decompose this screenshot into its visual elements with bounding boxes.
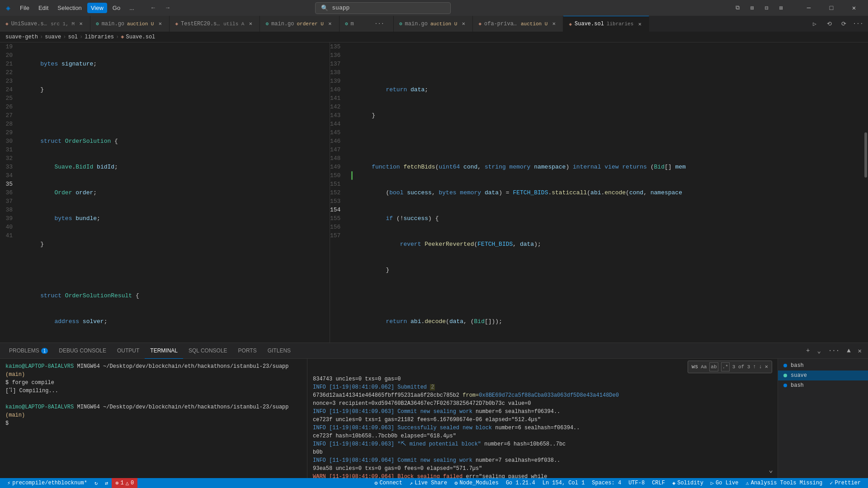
tab-close-maingo2[interactable]: ✕ bbox=[326, 20, 334, 28]
case-sensitive-icon[interactable]: Aa bbox=[701, 363, 707, 371]
vscrollbar-right[interactable] bbox=[863, 42, 868, 343]
tab-close-unisuave[interactable]: ✕ bbox=[77, 20, 85, 28]
run-btn[interactable]: ▷ bbox=[808, 18, 821, 30]
tab-ofaprivate[interactable]: ◈ ofa-private.sol auction U ✕ bbox=[473, 16, 563, 32]
next-match-btn[interactable]: ↓ bbox=[759, 363, 762, 371]
statusbar-analysis[interactable]: ⚠ Analysis Tools Missing bbox=[742, 478, 826, 488]
search-bar[interactable]: 🔍 suapp bbox=[315, 2, 451, 14]
titlebar: ◈ File Edit Selection View Go ... ← → 🔍 … bbox=[0, 0, 868, 16]
menu-edit[interactable]: Edit bbox=[35, 3, 52, 13]
breadcrumb-filename[interactable]: Suave.sol bbox=[126, 34, 156, 40]
terminal-right[interactable]: ws Aa ab .* 3 of 3 ↑ ↓ ✕ 834743 uncles=0… bbox=[307, 359, 778, 478]
debug-back-btn[interactable]: ⟲ bbox=[823, 18, 835, 30]
menu-selection[interactable]: Selection bbox=[54, 3, 85, 13]
statusbar-line-ending[interactable]: CRLF bbox=[648, 478, 669, 488]
tab-close-maingo3[interactable]: ✕ bbox=[460, 20, 467, 28]
breadcrumb-part2[interactable]: suave bbox=[45, 34, 61, 40]
tab-sql-console[interactable]: SQL CONSOLE bbox=[183, 343, 233, 359]
statusbar-connect[interactable]: ⚙ Connect bbox=[371, 478, 406, 488]
terminal-left[interactable]: kaimo@LAPTOP-8AIALVRS MINGW64 ~/Desktop/… bbox=[0, 359, 307, 478]
menu-view[interactable]: View bbox=[87, 3, 107, 13]
tab-maingo3[interactable]: ⚙ main.go auction U ✕ bbox=[394, 16, 473, 32]
tab-close-testerc20[interactable]: ✕ bbox=[247, 20, 254, 28]
tab-maingo2[interactable]: ⚙ main.go orderer U ✕ bbox=[260, 16, 339, 32]
tab-unisuave[interactable]: ◈ UniSuave.sol src 1, M ✕ bbox=[0, 16, 90, 32]
breadcrumb: suave-geth › suave › sol › libraries › ◈… bbox=[0, 32, 868, 42]
log-line-6: ce723f uncles=0 txs=1 gas=21182 fees=6.1… bbox=[313, 416, 772, 424]
more-actions-btn[interactable]: ··· bbox=[852, 18, 864, 30]
statusbar-solidity[interactable]: ◈ Solidity bbox=[669, 478, 707, 488]
statusbar-spaces[interactable]: Spaces: 4 bbox=[588, 478, 625, 488]
layout-btn2[interactable]: ⊟ bbox=[760, 2, 773, 14]
terminal-item-bash1[interactable]: bash bbox=[778, 361, 868, 371]
statusbar-liveshare[interactable]: ↗ Live Share bbox=[406, 478, 451, 488]
whole-word-icon[interactable]: ab bbox=[709, 362, 718, 371]
tab-terminal[interactable]: TERMINAL bbox=[145, 343, 183, 359]
tab-name-unisuave: UniSuave.sol bbox=[11, 21, 48, 27]
terminal-item-bash2[interactable]: bash bbox=[778, 380, 868, 390]
terminal-split-btn[interactable]: ⌄ bbox=[815, 346, 824, 356]
tab-output[interactable]: OUTPUT bbox=[112, 343, 145, 359]
tab-name-maingo2: main.go bbox=[271, 21, 294, 27]
statusbar-prettier[interactable]: ✓ Prettier bbox=[826, 478, 864, 488]
tab-close-maingo1[interactable]: ✕ bbox=[156, 20, 164, 28]
breadcrumb-part3[interactable]: sol bbox=[68, 34, 78, 40]
tab-close-suave[interactable]: ✕ bbox=[636, 20, 643, 28]
tab-debug-console[interactable]: DEBUG CONSOLE bbox=[53, 343, 112, 359]
statusbar-branch[interactable]: ⚡ precompile/ethblocknum* bbox=[4, 478, 91, 488]
statusbar-node-modules[interactable]: ⚙ Node_Modules bbox=[451, 478, 502, 488]
code-line-145: return abi.decode(data, (Bid[])); bbox=[358, 317, 863, 326]
close-search-btn[interactable]: ✕ bbox=[765, 363, 768, 371]
menu-more[interactable]: ... bbox=[126, 3, 138, 13]
statusbar-errors[interactable]: ⊗ 1 △ 0 bbox=[112, 478, 137, 488]
debug-fwd-btn[interactable]: ⟳ bbox=[837, 18, 850, 30]
code-line-26: } bbox=[26, 240, 330, 249]
golive-label: Go Live bbox=[716, 480, 738, 486]
tab-problems[interactable]: PROBLEMS 1 bbox=[4, 343, 53, 359]
maximize-btn[interactable]: □ bbox=[821, 0, 842, 16]
nav-back-btn[interactable]: ← bbox=[147, 2, 160, 14]
tab-testerc20[interactable]: ◈ TestERC20.sol utils A ✕ bbox=[170, 16, 260, 32]
log-line-9: INFO [11-19|08:41:09.063] "⛏ mined poten… bbox=[313, 440, 772, 448]
log-line-10: b0b bbox=[313, 448, 772, 456]
close-btn[interactable]: ✕ bbox=[844, 0, 864, 16]
statusbar-go-version[interactable]: Go 1.21.4 bbox=[502, 478, 539, 488]
prev-match-btn[interactable]: ↑ bbox=[753, 363, 756, 371]
code-left[interactable]: bytes signature; } struct OrderSolution … bbox=[23, 42, 330, 343]
minimize-btn[interactable]: ─ bbox=[798, 0, 819, 16]
tab-icon-suave: ◈ bbox=[569, 21, 572, 27]
menu-go[interactable]: Go bbox=[109, 3, 124, 13]
statusbar-encoding[interactable]: UTF-8 bbox=[625, 478, 648, 488]
tab-overflow[interactable]: ··· bbox=[371, 21, 388, 27]
regex-icon[interactable]: .* bbox=[721, 362, 730, 371]
statusbar-sync-btn[interactable]: ↻ bbox=[91, 478, 101, 488]
layout-btn1[interactable]: ⊞ bbox=[746, 2, 759, 14]
menu-file[interactable]: File bbox=[16, 3, 33, 13]
tab-maingo1[interactable]: ⚙ main.go auction U ✕ bbox=[90, 16, 170, 32]
terminal-item-suave[interactable]: suave bbox=[778, 371, 868, 380]
code-line-21 bbox=[26, 111, 330, 120]
tab-suave[interactable]: ◈ Suave.sol libraries ✕ bbox=[563, 16, 649, 32]
scroll-down-btn[interactable]: ⌄ bbox=[769, 465, 773, 474]
statusbar-cursor[interactable]: Ln 154, Col 1 bbox=[539, 478, 589, 488]
tab-ports[interactable]: PORTS bbox=[233, 343, 262, 359]
breadcrumb-part4[interactable]: libraries bbox=[85, 34, 114, 40]
tab-icon-m: ⚙ bbox=[345, 21, 348, 27]
tab-m-dots[interactable]: ⚙ m ··· bbox=[340, 16, 394, 32]
analysis-icon: ⚠ bbox=[745, 480, 749, 487]
split-editor-btn[interactable]: ⧉ bbox=[731, 2, 744, 14]
statusbar-golive[interactable]: ▷ Go Live bbox=[707, 478, 742, 488]
terminal-add-btn[interactable]: + bbox=[803, 346, 812, 355]
tab-gitlens[interactable]: GITLENS bbox=[262, 343, 296, 359]
tab-close-ofaprivate[interactable]: ✕ bbox=[550, 20, 557, 28]
layout-btn3[interactable]: ⊠ bbox=[775, 2, 788, 14]
terminal-more-btn[interactable]: ··· bbox=[826, 346, 842, 355]
terminal-close-btn[interactable]: ✕ bbox=[855, 346, 864, 356]
code-right[interactable]: return data; } function fetchBids(uint64… bbox=[354, 42, 863, 343]
log-search-bar[interactable]: ws Aa ab .* 3 of 3 ↑ ↓ ✕ bbox=[688, 361, 772, 373]
statusbar-git-changes[interactable]: ⇄ bbox=[101, 478, 112, 488]
code-line-29: address solver; bbox=[26, 317, 330, 326]
nav-forward-btn[interactable]: → bbox=[161, 2, 174, 14]
breadcrumb-part1[interactable]: suave-geth bbox=[5, 34, 38, 40]
terminal-maximize-btn[interactable]: ▲ bbox=[844, 346, 853, 355]
